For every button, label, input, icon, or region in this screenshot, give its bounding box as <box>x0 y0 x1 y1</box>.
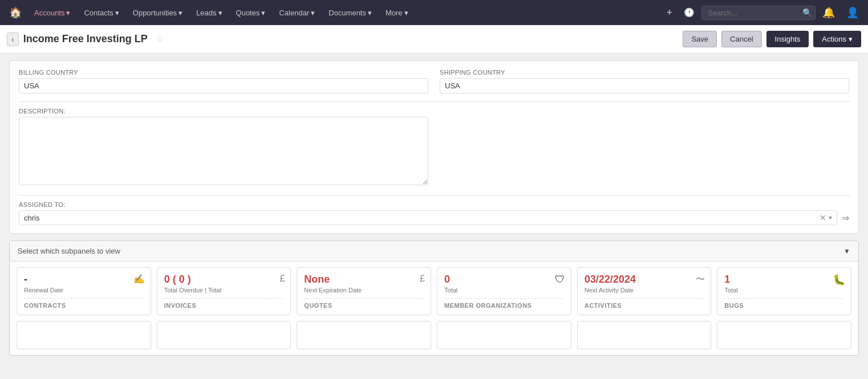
description-label: DESCRIPTION: <box>19 108 428 115</box>
second-card-row <box>10 321 858 355</box>
activity-icon: 〜 <box>696 274 705 286</box>
nav-item-opportunities[interactable]: Opportunities ▾ <box>127 6 188 19</box>
chevron-down-icon: ▾ <box>218 9 222 17</box>
description-row: DESCRIPTION: <box>19 108 849 187</box>
favorite-star-icon[interactable]: ☆ <box>156 34 164 44</box>
shipping-country-input[interactable] <box>440 78 849 93</box>
contracts-sublabel: Renewal Date <box>24 287 144 294</box>
shipping-country-label: Shipping Country <box>440 69 849 76</box>
form-section: Billing Country Shipping Country DESCRIP… <box>9 60 859 234</box>
assigned-dropdown-icon[interactable]: ▾ <box>829 214 832 222</box>
nav-item-documents[interactable]: Documents ▾ <box>323 6 378 19</box>
subpanel-card-quotes[interactable]: £ None Next Expiration Date QUOTES <box>297 267 431 315</box>
nav-item-leads[interactable]: Leads ▾ <box>190 6 228 19</box>
subpanel-cards: ✍ - Renewal Date CONTRACTS £ 0 ( 0 ) Tot… <box>10 262 858 321</box>
invoices-sublabel: Total Overdue | Total <box>164 287 284 294</box>
assigned-to-input[interactable] <box>24 214 820 222</box>
chevron-down-icon: ▾ <box>261 9 265 17</box>
search-wrapper: 🔍 <box>701 6 816 20</box>
description-textarea[interactable] <box>19 117 428 185</box>
header-bar: ‹ Income Free Investing LP ☆ Save Cancel… <box>0 25 868 54</box>
nav-item-accounts[interactable]: Accounts ▾ <box>29 6 76 19</box>
add-button[interactable]: + <box>662 5 677 21</box>
search-input[interactable] <box>701 6 816 20</box>
subpanel-card-contracts[interactable]: ✍ - Renewal Date CONTRACTS <box>17 267 151 315</box>
contracts-value: - <box>24 274 144 286</box>
subpanel-section: Select which subpanels to view ▼ ✍ - Ren… <box>9 241 859 356</box>
home-button[interactable]: 🏠 <box>5 4 26 21</box>
invoices-type: INVOICES <box>164 298 284 309</box>
chevron-down-icon: ▾ <box>404 9 408 17</box>
nav-item-quotes[interactable]: Quotes ▾ <box>230 6 271 19</box>
bugs-type: BUGS <box>724 298 844 309</box>
subpanel-header-title: Select which subpanels to view <box>18 247 120 255</box>
second-card-6 <box>717 321 851 349</box>
nav-item-more[interactable]: More ▾ <box>380 6 414 19</box>
chevron-down-icon: ▾ <box>368 9 372 17</box>
main-content: Billing Country Shipping Country DESCRIP… <box>0 54 868 362</box>
chevron-down-icon: ▾ <box>311 9 315 17</box>
nav-item-calendar[interactable]: Calendar ▾ <box>273 6 321 19</box>
assigned-to-input-wrap: ✕ ▾ <box>19 210 837 225</box>
cancel-button[interactable]: Cancel <box>721 31 761 47</box>
divider-2 <box>19 195 849 195</box>
search-icon: 🔍 <box>802 8 812 17</box>
member-orgs-sublabel: Total <box>444 287 564 294</box>
assigned-to-row: ✕ ▾ ⇒ <box>19 210 849 225</box>
shipping-country-col: Shipping Country <box>440 69 849 93</box>
billing-country-label: Billing Country <box>19 69 428 76</box>
pound-icon-quotes: £ <box>420 274 425 284</box>
nav-item-contacts[interactable]: Contacts ▾ <box>78 6 124 19</box>
country-row: Billing Country Shipping Country <box>19 69 849 93</box>
invoices-value: 0 ( 0 ) <box>164 274 284 286</box>
bugs-value: 1 <box>724 274 844 286</box>
second-card-2 <box>157 321 291 349</box>
bug-icon: 🐛 <box>833 274 845 286</box>
quotes-value: None <box>304 274 424 286</box>
description-spacer-col <box>440 108 849 187</box>
pen-icon: ✍ <box>133 274 145 284</box>
second-card-1 <box>17 321 151 349</box>
subpanel-card-member-orgs[interactable]: 🛡 0 Total MEMBER ORGANIZATIONS <box>437 267 571 315</box>
subpanel-card-activities[interactable]: 〜 03/22/2024 Next Activity Date ACTIVITI… <box>577 267 712 315</box>
clear-assigned-icon[interactable]: ✕ <box>820 213 826 222</box>
quotes-sublabel: Next Expiration Date <box>304 287 424 294</box>
subpanel-header: Select which subpanels to view ▼ <box>10 241 858 262</box>
chevron-down-icon: ▾ <box>179 9 182 17</box>
billing-country-col: Billing Country <box>19 69 428 93</box>
activities-type: ACTIVITIES <box>585 298 704 309</box>
top-navigation: 🏠 Accounts ▾ Contacts ▾ Opportunities ▾ … <box>0 0 868 25</box>
activities-sublabel: Next Activity Date <box>585 287 704 294</box>
description-col: DESCRIPTION: <box>19 108 428 187</box>
save-button[interactable]: Save <box>683 31 717 47</box>
history-button[interactable]: 🕐 <box>679 5 699 20</box>
user-profile-button[interactable]: 👤 <box>842 4 863 21</box>
back-button[interactable]: ‹ <box>7 32 19 46</box>
divider <box>19 101 849 102</box>
pound-icon: £ <box>279 274 285 284</box>
chevron-down-icon: ▾ <box>115 9 119 17</box>
bugs-sublabel: Total <box>724 287 844 294</box>
actions-button[interactable]: Actions ▾ <box>813 31 861 47</box>
billing-country-input[interactable] <box>19 78 428 93</box>
contracts-type: CONTRACTS <box>24 298 144 309</box>
second-card-5 <box>577 321 712 349</box>
shield-icon: 🛡 <box>555 274 565 286</box>
quotes-type: QUOTES <box>304 298 424 309</box>
chevron-down-icon: ▾ <box>66 9 70 17</box>
second-card-4 <box>437 321 571 349</box>
member-orgs-type: MEMBER ORGANIZATIONS <box>444 298 564 309</box>
member-orgs-value: 0 <box>444 274 564 286</box>
second-card-3 <box>297 321 431 349</box>
subpanel-card-invoices[interactable]: £ 0 ( 0 ) Total Overdue | Total INVOICES <box>157 267 291 315</box>
assigned-to-label: ASSIGNED TO: <box>19 201 849 208</box>
subpanel-toggle-icon[interactable]: ▼ <box>843 247 850 255</box>
activities-value: 03/22/2024 <box>585 274 704 286</box>
assigned-select-icon[interactable]: ⇒ <box>842 213 849 223</box>
notifications-button[interactable]: 🔔 <box>818 4 839 21</box>
dropdown-icon: ▾ <box>849 35 853 43</box>
assigned-to-section: ASSIGNED TO: ✕ ▾ ⇒ <box>19 201 849 225</box>
page-title: Income Free Investing LP <box>23 33 148 45</box>
subpanel-card-bugs[interactable]: 🐛 1 Total BUGS <box>717 267 851 315</box>
insights-button[interactable]: Insights <box>766 31 809 47</box>
